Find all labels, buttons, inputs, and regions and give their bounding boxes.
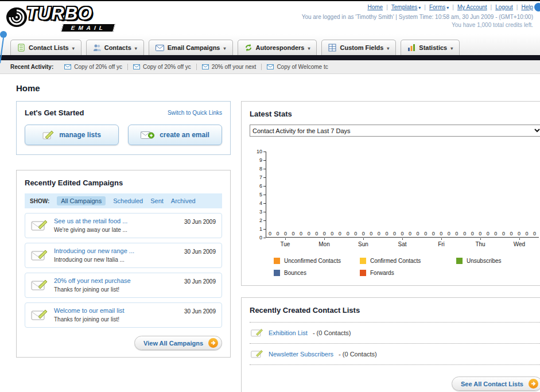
legend-label: Unsubscribes [467, 258, 502, 264]
tab-archived[interactable]: Archived [171, 197, 196, 204]
switch-quick-links-link[interactable]: Switch to Quick Links [168, 110, 222, 116]
campaign-envelope-pencil-icon [31, 278, 48, 292]
see-all-contact-lists-label: See All Contact Lists [461, 381, 523, 387]
chart-x-label: Thu [461, 238, 500, 247]
top-link-templates[interactable]: Templates [391, 4, 429, 10]
nav-tab-label: Contact Lists [29, 44, 69, 51]
legend-swatch [456, 258, 463, 264]
tab-sent[interactable]: Sent [150, 197, 164, 204]
header: TURBO EMAIL Home Templates Forms My Acco… [0, 1, 540, 34]
legend-label: Bounces [284, 270, 306, 276]
envelope-icon [133, 64, 140, 69]
tab-scheduled[interactable]: Scheduled [113, 197, 143, 204]
recent-activity-item[interactable]: 20% off your next [197, 64, 262, 70]
nav-tab-statistics[interactable]: Statistics [401, 40, 460, 55]
chart-y-axis: 109876543210 [251, 152, 266, 238]
contact-lists-icon [17, 44, 25, 52]
nav-tab-contact-lists[interactable]: Contact Lists [10, 40, 81, 55]
campaign-date: 30 Jun 2009 [184, 249, 216, 255]
campaign-row[interactable]: 20% off your next purchase Thanks for jo… [25, 273, 222, 298]
swirl-logo-icon [6, 6, 29, 29]
contact-list-link[interactable]: Exhibition List [269, 329, 308, 336]
campaign-envelope-pencil-icon [31, 219, 48, 232]
recent-contact-lists-title: Recently Created Contact Lists [250, 306, 360, 315]
chevron-down-icon [450, 44, 453, 51]
right-column: Latest Stats Contact Activity for the La… [241, 101, 540, 392]
legend-item-bounces: Bounces [274, 270, 360, 276]
top-link-forms[interactable]: Forms [429, 4, 457, 10]
campaign-row[interactable]: Welcome to our email list Thanks for joi… [25, 302, 222, 328]
legend-item-forwards: Forwards [360, 270, 456, 276]
view-all-campaigns-label: View All Campaigns [143, 340, 203, 347]
recent-activity-text: Copy of Welcome tc [277, 64, 328, 70]
recent-activity-item[interactable]: Copy of 20% off yc [59, 64, 128, 70]
app-logo: TURBO EMAIL [6, 2, 155, 33]
campaign-envelope-pencil-icon [31, 308, 48, 322]
top-nav-links: Home Templates Forms My Account Logout H… [302, 4, 533, 10]
credits-info: You have 1,000 total credits left. [302, 22, 533, 28]
stats-filter-select[interactable]: Contact Activity for the Last 7 Days [250, 125, 540, 137]
recent-activity-text: Copy of 20% off yc [143, 64, 191, 70]
chart-value-labels: 0 0 0 0 0 [500, 231, 539, 236]
contact-list-link[interactable]: Newsletter Subscribers [269, 351, 333, 358]
nav-tab-label: Contacts [104, 44, 131, 51]
chevron-down-icon [387, 44, 389, 51]
view-all-campaigns-button[interactable]: View All Campaigns [134, 336, 222, 350]
contact-list-row[interactable]: Exhibition List - (0 Contacts) [250, 323, 540, 344]
legend-item-confirmed: Confirmed Contacts [360, 258, 456, 264]
recent-activity-bar: Recent Activity: Copy of 20% off yc Copy… [0, 60, 540, 74]
chart-y-tick: 5 [259, 192, 266, 197]
email-campaigns-icon [156, 45, 164, 51]
top-link-help[interactable]: Help [521, 4, 533, 10]
nav-tab-label: Statistics [419, 44, 447, 51]
get-started-title: Let's Get Started [25, 108, 84, 117]
get-started-panel: Let's Get Started Switch to Quick Links … [16, 101, 231, 155]
nav-tab-custom-fields[interactable]: Custom Fields [321, 40, 396, 55]
list-pencil-icon [251, 328, 263, 338]
latest-stats-title: Latest Stats [250, 110, 292, 118]
chevron-down-icon [223, 44, 226, 51]
arrow-right-icon [208, 338, 218, 348]
top-link-logout[interactable]: Logout [495, 4, 521, 10]
contact-activity-chart: 109876543210 0 0 0 0 00 0 0 0 00 0 0 0 0… [251, 152, 539, 247]
chart-value-row: 0 0 0 0 00 0 0 0 00 0 0 0 00 0 0 0 00 0 … [266, 231, 539, 237]
nav-tab-label: Autoresponders [256, 44, 305, 51]
chart-x-label: Wed [500, 238, 539, 247]
latest-stats-panel: Latest Stats Contact Activity for the La… [241, 101, 540, 286]
chart-x-label: Fri [422, 238, 461, 247]
campaign-subtitle: Introducing our new Italia ... [54, 257, 216, 263]
contact-lists: Exhibition List - (0 Contacts) Newslette… [250, 322, 540, 365]
chart-value-labels: 0 0 0 0 0 [344, 231, 383, 236]
recent-activity-item[interactable]: Copy of 20% off yc [128, 64, 197, 70]
nav-tab-autoresponders[interactable]: Autoresponders [238, 40, 317, 55]
chart-value-labels: 0 0 0 0 0 [266, 231, 305, 236]
create-email-button[interactable]: create an email [128, 125, 222, 145]
chart-x-label: Mon [305, 238, 344, 247]
campaign-row[interactable]: Introducing our new range ... Introducin… [25, 243, 222, 268]
campaign-row[interactable]: See us at the retail food ... We're givi… [25, 213, 222, 238]
campaign-date: 30 Jun 2009 [184, 278, 216, 285]
recent-activity-text: Copy of 20% off yc [74, 64, 122, 70]
main-content: Home Let's Get Started Switch to Quick L… [0, 74, 540, 392]
chart-body: 0 0 0 0 00 0 0 0 00 0 0 0 00 0 0 0 00 0 … [266, 152, 539, 247]
chart-value-labels: 0 0 0 0 0 [305, 231, 344, 236]
campaign-date: 30 Jun 2009 [184, 308, 216, 315]
recent-activity-item[interactable]: Copy of Welcome tc [262, 64, 333, 70]
custom-fields-icon [328, 44, 336, 52]
page: TURBO EMAIL Home Templates Forms My Acco… [0, 1, 540, 392]
tab-all-campaigns[interactable]: All Campaigns [57, 196, 106, 205]
see-all-contact-lists-button[interactable]: See All Contact Lists [452, 377, 540, 391]
nav-tab-email-campaigns[interactable]: Email Campaigns [149, 40, 233, 55]
top-link-my-account[interactable]: My Account [457, 4, 495, 10]
contact-list-count: - (0 Contacts) [313, 329, 351, 336]
manage-lists-button[interactable]: manage lists [25, 125, 119, 145]
top-link-home[interactable]: Home [367, 4, 391, 10]
contacts-icon [93, 44, 101, 52]
chart-x-label: Sat [383, 238, 422, 247]
chart-y-tick: 8 [259, 166, 266, 172]
contact-list-row[interactable]: Newsletter Subscribers - (0 Contacts) [250, 344, 540, 365]
envelope-icon [202, 64, 209, 69]
chart-plot-area: 0 0 0 0 00 0 0 0 00 0 0 0 00 0 0 0 00 0 … [266, 152, 539, 238]
chart-y-tick: 9 [259, 157, 266, 163]
nav-tab-contacts[interactable]: Contacts [86, 40, 144, 55]
